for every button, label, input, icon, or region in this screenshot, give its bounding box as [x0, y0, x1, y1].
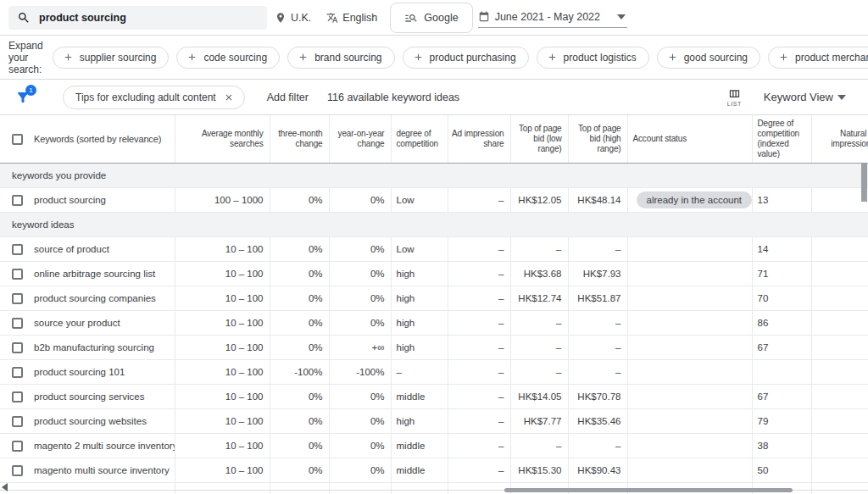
cell-avg_monthly_searches: 10 – 100 [175, 385, 270, 409]
cell-competition: middle [391, 385, 448, 409]
row-checkbox[interactable] [12, 269, 23, 280]
row-checkbox[interactable] [12, 391, 23, 402]
network-search-icon [404, 11, 418, 25]
columns-icon [728, 87, 741, 100]
keyword-label: source your product [34, 318, 120, 328]
column-header-account_status[interactable]: Account status [627, 115, 752, 164]
view-selector[interactable]: Keyword View [764, 91, 846, 103]
section-header-row: keyword ideas [0, 213, 868, 237]
column-header-bid_low[interactable]: Top of page bid (low range) [510, 115, 568, 164]
select-all-checkbox[interactable] [12, 134, 23, 145]
column-header-label: Keywords (sorted by relevance) [34, 134, 161, 144]
expand-chip-label: product merchandising [795, 52, 868, 64]
location-selector[interactable]: U.K. [267, 12, 319, 24]
cell-year_on_year_change: +∞ [329, 336, 391, 360]
cell-three_month_change: 0% [270, 434, 329, 458]
cell-bid_high: – [568, 311, 627, 336]
column-header-keyword[interactable]: Keywords (sorted by relevance) [0, 115, 175, 164]
search-input[interactable] [39, 12, 259, 24]
cell-year_on_year_change: 0% [329, 434, 391, 458]
column-header-competition[interactable]: degree of competition [391, 115, 448, 164]
table-row: online arbitrage sourcing list10 – 1000%… [0, 262, 868, 286]
cell-natural_share [811, 286, 868, 311]
filter-count-badge: 1 [25, 85, 36, 96]
cell-bid_low: HK$15.30 [510, 458, 568, 483]
row-checkbox[interactable] [12, 441, 23, 452]
cell-bid_high: – [568, 336, 627, 360]
expand-chip[interactable]: good sourcing [657, 47, 760, 69]
horizontal-scrollbar-thumb[interactable] [504, 488, 793, 492]
date-range-selector[interactable]: June 2021 - May 2022 [478, 7, 627, 28]
view-selector-label: Keyword View [764, 91, 833, 103]
keyword-label: product sourcing services [34, 391, 144, 402]
keyword-label: product sourcing [34, 195, 106, 205]
network-selector[interactable]: Google [390, 3, 472, 33]
cell-natural_share [811, 336, 868, 360]
cell-keyword: product sourcing companies [0, 286, 175, 311]
cell-three_month_change: 0% [270, 262, 329, 286]
cell-natural_share [811, 360, 868, 385]
row-checkbox[interactable] [12, 293, 23, 304]
keyword-label: magento 2 multi source inventory [34, 441, 175, 451]
row-checkbox[interactable] [12, 416, 23, 427]
cell-ad_impression_share: – [448, 409, 510, 434]
filter-toolbar: 1 Tips for excluding adult content Add f… [0, 80, 868, 114]
cell-account_status [627, 434, 752, 458]
expand-chip[interactable]: product logistics [537, 47, 649, 69]
cell-natural_share [811, 385, 868, 409]
row-checkbox[interactable] [12, 342, 23, 353]
expand-chip[interactable]: brand sourcing [287, 47, 394, 69]
column-header-avg_monthly_searches[interactable]: Average monthly searches [175, 115, 270, 164]
expand-chip-label: product purchasing [430, 52, 516, 64]
filter-button[interactable]: 1 [15, 90, 31, 105]
column-header-competition_index[interactable]: Degree of competition (indexed value) [752, 115, 811, 164]
column-header-ad_impression_share[interactable]: Ad impression share [448, 115, 510, 164]
column-header-year_on_year_change[interactable]: year-on-year change [329, 115, 391, 164]
add-filter-button[interactable]: Add filter [267, 92, 309, 103]
row-checkbox[interactable] [12, 318, 23, 329]
cell-account_status [627, 385, 752, 409]
language-selector[interactable]: English [319, 12, 385, 24]
column-header-bid_high[interactable]: Top of page bid (high range) [568, 115, 627, 164]
cell-competition_index: 67 [752, 385, 811, 409]
expand-chips: supplier sourcingcode sourcingbrand sour… [53, 47, 868, 69]
table-row: source your product10 – 1000%0%high–––86 [0, 311, 868, 336]
row-checkbox[interactable] [12, 465, 23, 476]
row-checkbox[interactable] [12, 195, 23, 206]
expand-chip[interactable]: code sourcing [176, 47, 280, 69]
row-checkbox[interactable] [12, 367, 23, 378]
horizontal-scroll-left-arrow[interactable] [2, 483, 8, 491]
cell-competition_index: 13 [752, 188, 811, 213]
vertical-scrollbar-thumb[interactable] [861, 163, 867, 202]
cell-competition_index: 67 [752, 336, 811, 360]
filter-chip-adult-content[interactable]: Tips for excluding adult content [63, 86, 245, 109]
column-header-three_month_change[interactable]: three-month change [270, 115, 329, 164]
keyword-label: online arbitrage sourcing list [34, 269, 155, 279]
cell-competition_index: 38 [752, 434, 811, 458]
cell-competition: high [391, 311, 448, 336]
cell-keyword: product sourcing websites [0, 409, 175, 434]
cell-natural_share [811, 262, 868, 286]
expand-chip[interactable]: supplier sourcing [53, 47, 170, 69]
table-row: product sourcing services10 – 1000%0%mid… [0, 385, 868, 409]
cell-competition: high [391, 286, 448, 311]
cell-ad_impression_share: – [448, 385, 510, 409]
expand-chip[interactable]: product merchandising [768, 47, 868, 69]
list-view-toggle[interactable]: LIST [727, 87, 742, 107]
row-checkbox[interactable] [12, 244, 23, 255]
expand-chip[interactable]: product purchasing [403, 47, 529, 69]
cell-competition: Low [391, 188, 448, 213]
table-row: product sourcing companies10 – 1000%0%hi… [0, 286, 868, 311]
search-box[interactable] [8, 6, 267, 30]
cell-year_on_year_change: -100% [329, 360, 391, 385]
filter-chip-label: Tips for excluding adult content [75, 92, 216, 103]
cell-bid_low: – [510, 360, 568, 385]
account-status-badge: already in the account [637, 191, 753, 208]
cell-three_month_change: 0% [270, 336, 329, 360]
cell-keyword: product sourcing [0, 188, 175, 213]
close-icon[interactable] [224, 92, 234, 103]
location-pin-icon [275, 12, 287, 24]
column-header-natural_share[interactable]: Natural search impression share [811, 115, 868, 164]
cell-keyword: product sourcing 101 [0, 360, 175, 385]
cell-competition: Low [391, 237, 448, 262]
